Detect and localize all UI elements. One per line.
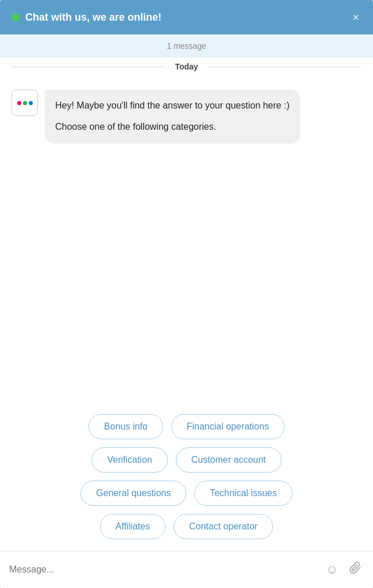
dot-green: [23, 101, 27, 105]
chat-header: Chat with us, we are online! ×: [0, 0, 373, 34]
category-contact-operator[interactable]: Contact operator: [174, 514, 273, 539]
date-label: Today: [166, 62, 207, 71]
categories-row-4: Affiliates Contact operator: [100, 514, 273, 539]
categories-row-3: General questions Technical issues: [80, 481, 292, 506]
header-left: Chat with us, we are online!: [11, 11, 161, 24]
category-affiliates[interactable]: Affiliates: [100, 514, 166, 539]
emoji-icon[interactable]: ☺: [324, 560, 341, 579]
dot-red: [17, 101, 21, 105]
attach-icon[interactable]: [347, 559, 364, 580]
categories-row-2: Verification Customer account: [91, 447, 281, 473]
bot-bubble: Hey! Maybe you'll find the answer to you…: [45, 90, 300, 144]
messages-section: Hey! Maybe you'll find the answer to you…: [0, 80, 373, 408]
chat-title: Chat with us, we are online!: [25, 11, 161, 24]
avatar-dots: [17, 101, 33, 105]
chat-body: 1 message Today Hey! Maybe you'll find t…: [0, 34, 373, 551]
divider-line-left: [11, 67, 166, 67]
bot-message-line2: Choose one of the following categories.: [55, 120, 290, 134]
divider-line-right: [207, 67, 362, 67]
close-button[interactable]: ×: [350, 9, 362, 25]
categories-grid: Bonus info Financial operations Verifica…: [0, 408, 373, 551]
bot-message-row: Hey! Maybe you'll find the answer to you…: [11, 90, 362, 144]
message-input[interactable]: [9, 564, 318, 575]
category-customer-account[interactable]: Customer account: [176, 447, 282, 473]
online-indicator: [11, 13, 20, 21]
message-count: 1 message: [0, 34, 373, 57]
category-general-questions[interactable]: General questions: [80, 481, 186, 506]
bot-message-line1: Hey! Maybe you'll find the answer to you…: [55, 99, 290, 113]
date-divider: Today: [0, 57, 373, 80]
category-technical-issues[interactable]: Technical issues: [194, 481, 293, 506]
chat-footer: ☺: [0, 551, 373, 588]
dot-blue: [29, 101, 33, 105]
category-bonus-info[interactable]: Bonus info: [89, 414, 163, 439]
category-verification[interactable]: Verification: [91, 447, 167, 473]
category-financial-operations[interactable]: Financial operations: [171, 414, 284, 439]
chat-window: Chat with us, we are online! × 1 message…: [0, 0, 373, 588]
categories-row-1: Bonus info Financial operations: [89, 414, 284, 439]
bot-avatar: [11, 90, 38, 116]
